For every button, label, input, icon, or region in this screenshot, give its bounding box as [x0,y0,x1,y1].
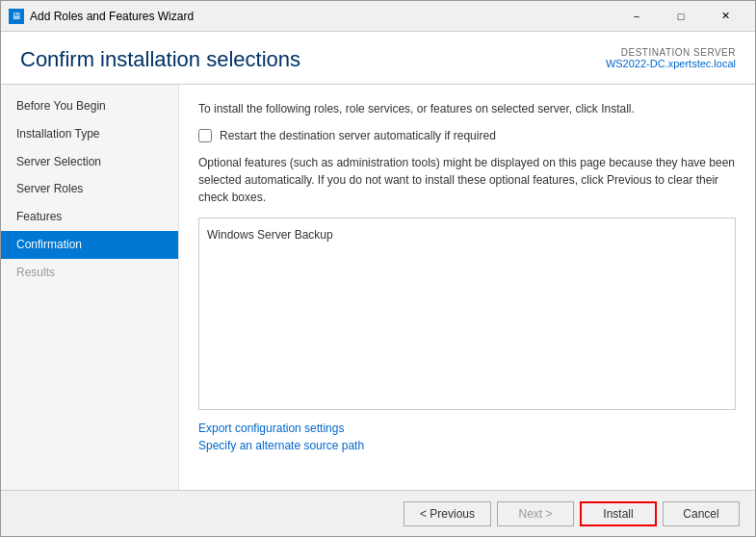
sidebar-item-installation-type[interactable]: Installation Type [1,120,178,148]
destination-label: DESTINATION SERVER [606,47,736,58]
app-icon: 🖥 [9,9,24,24]
feature-windows-server-backup: Windows Server Backup [207,226,727,243]
title-bar-controls: − □ ✕ [614,2,747,31]
wizard-body: Confirm installation selections DESTINAT… [1,32,755,536]
sidebar-item-server-roles[interactable]: Server Roles [1,175,178,203]
sidebar: Before You Begin Installation Type Serve… [1,85,179,490]
sidebar-item-results: Results [1,259,178,287]
cancel-button[interactable]: Cancel [663,501,740,526]
next-button[interactable]: Next > [497,501,574,526]
title-bar: 🖥 Add Roles and Features Wizard − □ ✕ [1,1,755,32]
optional-note: Optional features (such as administratio… [198,154,736,206]
wizard-footer: < Previous Next > Install Cancel [1,490,755,536]
page-title: Confirm installation selections [20,47,300,72]
maximize-button[interactable]: □ [659,2,703,31]
wizard-header: Confirm installation selections DESTINAT… [1,32,755,85]
main-content: To install the following roles, role ser… [179,85,755,490]
previous-button[interactable]: < Previous [404,501,491,526]
minimize-button[interactable]: − [614,2,659,31]
alternate-source-link[interactable]: Specify an alternate source path [198,439,736,452]
sidebar-item-confirmation[interactable]: Confirmation [1,231,178,259]
export-config-link[interactable]: Export configuration settings [198,422,736,435]
destination-server: DESTINATION SERVER WS2022-DC.xpertstec.l… [606,47,736,69]
install-button[interactable]: Install [580,501,657,526]
restart-checkbox[interactable] [198,129,212,142]
title-bar-text: Add Roles and Features Wizard [30,10,614,23]
sidebar-item-features[interactable]: Features [1,203,178,231]
close-button[interactable]: ✕ [703,2,747,31]
features-box: Windows Server Backup [198,217,736,410]
restart-checkbox-label[interactable]: Restart the destination server automatic… [220,129,496,142]
link-section: Export configuration settings Specify an… [198,422,736,452]
wizard-content: Before You Begin Installation Type Serve… [1,85,755,490]
sidebar-item-server-selection[interactable]: Server Selection [1,148,178,176]
destination-name: WS2022-DC.xpertstec.local [606,58,736,69]
restart-checkbox-row: Restart the destination server automatic… [198,129,736,142]
wizard-window: 🖥 Add Roles and Features Wizard − □ ✕ Co… [0,0,756,537]
sidebar-item-before-you-begin[interactable]: Before You Begin [1,92,178,120]
install-description: To install the following roles, role ser… [198,100,736,117]
